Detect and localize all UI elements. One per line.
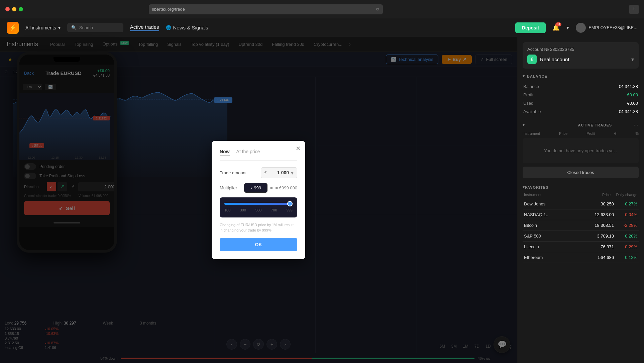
- multiplier-slider-container: 100 300 500 700 999: [220, 197, 297, 217]
- ok-button[interactable]: OK: [220, 238, 297, 251]
- available-value: €4 341.38: [619, 109, 638, 114]
- multiplier-input-group: = = €999 000: [244, 183, 297, 193]
- balance-row-profit: Profit €0.00: [523, 91, 638, 99]
- active-trades-link[interactable]: Active trades: [130, 24, 159, 31]
- slider-label-300: 300: [240, 208, 246, 212]
- fav-change: 0.12%: [614, 255, 637, 260]
- fav-row-nasdaq[interactable]: NASDAQ 1... 12 633.00 -0.04%: [523, 209, 639, 220]
- col-percent: %: [635, 131, 639, 135]
- fav-price: 18 308.51: [584, 223, 614, 228]
- refresh-icon[interactable]: ↻: [376, 7, 380, 12]
- fav-name: Dow Jones: [524, 201, 584, 206]
- trade-amount-input[interactable]: [269, 170, 289, 175]
- fav-row-dowjones[interactable]: Dow Jones 30 250 0.27%: [523, 199, 639, 209]
- col-profit: Profit: [586, 131, 595, 135]
- closed-trades-button[interactable]: Closed trades: [523, 167, 639, 178]
- chevron-down-icon: ▾: [58, 25, 61, 30]
- multiplier-value-input[interactable]: [244, 183, 267, 193]
- new-tab-button[interactable]: +: [629, 5, 639, 14]
- slider-fill: [224, 203, 291, 205]
- fav-price: 76.971: [584, 244, 614, 249]
- fav-price: 564.686: [584, 255, 614, 260]
- multiplier-field-label: Multiplier: [220, 185, 237, 190]
- news-signals-label: News & Signals: [173, 25, 208, 30]
- profit-value: €0.00: [627, 92, 638, 97]
- favorites-columns: Instrument Price Daily change: [523, 193, 639, 197]
- active-trades-title: ACTIVE TRADES: [578, 123, 634, 127]
- modal-tabs: Now At the price: [220, 149, 297, 161]
- used-value: €0.00: [627, 101, 638, 106]
- fav-col-price: Price: [580, 193, 611, 197]
- right-panel: Account № 2802026785 € Real account ▾ ▾ …: [517, 37, 644, 363]
- fav-name: Bitcoin: [524, 223, 584, 228]
- tab-now[interactable]: Now: [220, 149, 230, 156]
- globe-icon: 🌐: [166, 25, 171, 30]
- multiplier-modal: ✕ Now At the price Trade amount € ▾ Mult…: [212, 141, 305, 259]
- slider-label-100: 100: [224, 208, 230, 212]
- account-type-row[interactable]: € Real account ▾: [527, 55, 634, 64]
- available-label: Available: [523, 109, 541, 114]
- instruments-dropdown[interactable]: All instruments ▾: [25, 25, 61, 30]
- active-trades-label: Active trades: [130, 24, 159, 30]
- fav-name: Litecoin: [524, 244, 584, 249]
- fav-price: 30 250: [584, 201, 614, 206]
- user-email: EMPLOYEE+38@LIBE...: [588, 25, 637, 30]
- trades-columns: Instrument Price Profit € %: [523, 131, 639, 135]
- user-avatar: [576, 23, 586, 33]
- fav-row-bitcoin[interactable]: Bitcoin 18 308.51 -2.28%: [523, 220, 639, 231]
- amount-dropdown-icon[interactable]: ▾: [291, 170, 294, 176]
- search-input[interactable]: [79, 25, 119, 30]
- fav-row-litecoin[interactable]: Litecoin 76.971 -0.29%: [523, 242, 639, 252]
- slider-label-700: 700: [271, 208, 277, 212]
- fav-price: 12 633.00: [584, 212, 614, 217]
- app-logo[interactable]: ⚡: [7, 22, 19, 34]
- chevron-icon[interactable]: ▾: [566, 25, 569, 31]
- fav-change: -0.29%: [614, 244, 637, 249]
- fav-change: -0.04%: [614, 212, 637, 217]
- account-type-label: Real account: [540, 57, 569, 62]
- slider-track[interactable]: [224, 203, 293, 205]
- notification-badge: 44: [555, 22, 561, 26]
- multiplier-info-text: Changing of EUR/USD price by 1% will res…: [220, 222, 297, 233]
- no-trades-message: You do not have any open trades yet .: [523, 138, 639, 163]
- url-bar[interactable]: ↻: [149, 4, 383, 14]
- equals-sign: =: [270, 185, 273, 190]
- maximize-window-btn[interactable]: [19, 7, 23, 11]
- col-instrument: Instrument: [523, 131, 540, 135]
- balance-value: €4 341.38: [619, 84, 638, 89]
- slider-labels: 100 300 500 700 999: [224, 208, 293, 212]
- deposit-button[interactable]: Deposit: [515, 22, 546, 33]
- user-menu[interactable]: EMPLOYEE+38@LIBE...: [576, 23, 637, 33]
- fav-col-change: Daily change: [611, 193, 637, 197]
- url-input[interactable]: [152, 7, 376, 12]
- trade-amount-row: Trade amount € ▾: [220, 167, 297, 178]
- trade-amount-input-group[interactable]: € ▾: [261, 167, 297, 178]
- balance-row-available: Available €4 341.38: [523, 107, 638, 116]
- modal-close-button[interactable]: ✕: [296, 145, 301, 152]
- notifications-button[interactable]: 🔔 44: [552, 24, 560, 31]
- profit-label: Profit: [523, 92, 533, 97]
- tab-at-price[interactable]: At the price: [236, 149, 260, 156]
- account-dropdown-arrow[interactable]: ▾: [631, 56, 634, 63]
- currency-symbol: €: [264, 170, 267, 175]
- slider-thumb[interactable]: [287, 201, 293, 206]
- slider-label-500: 500: [255, 208, 261, 212]
- fav-change: 0.20%: [614, 234, 637, 239]
- used-label: Used: [523, 101, 533, 106]
- fav-name: S&P 500: [524, 234, 584, 239]
- fav-row-ethereum[interactable]: Ethereum 564.686 0.12%: [523, 252, 639, 263]
- balance-row-balance: Balance €4 341.38: [523, 82, 638, 91]
- balance-section-header[interactable]: ▾ BALANCE: [523, 74, 639, 78]
- search-bar[interactable]: 🔍: [67, 23, 123, 32]
- active-trades-more[interactable]: ⋯: [633, 122, 639, 128]
- balance-row-used: Used €0.00: [523, 99, 638, 107]
- minimize-window-btn[interactable]: [12, 7, 16, 11]
- favorites-title: FAVORITES: [525, 185, 549, 189]
- multiplier-row: Multiplier = = €999 000: [220, 183, 297, 193]
- instruments-label: All instruments: [25, 25, 56, 30]
- fav-row-sp500[interactable]: S&P 500 3 709.13 0.20%: [523, 231, 639, 242]
- news-signals-link[interactable]: 🌐 News & Signals: [166, 25, 208, 30]
- account-icon: €: [527, 55, 537, 64]
- multiplier-result: = €999 000: [276, 185, 297, 190]
- close-window-btn[interactable]: [5, 7, 10, 11]
